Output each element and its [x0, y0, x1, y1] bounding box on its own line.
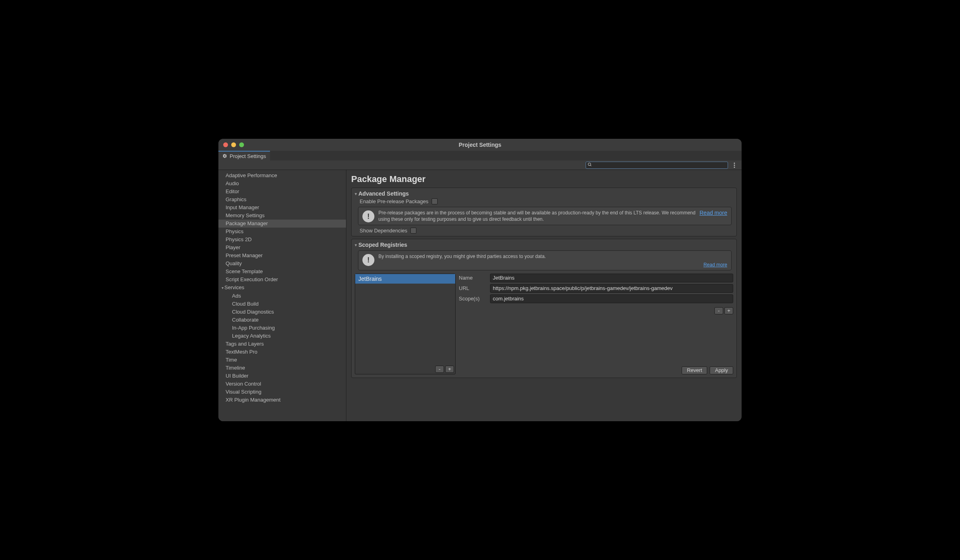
prerelease-read-more-link[interactable]: Read more — [700, 210, 727, 216]
sidebar-item-memory-settings[interactable]: Memory Settings — [218, 212, 346, 220]
info-icon: ! — [362, 254, 374, 266]
sidebar-item-ui-builder[interactable]: UI Builder — [218, 372, 346, 380]
show-dependencies-row: Show Dependencies — [352, 227, 736, 234]
gear-icon — [222, 154, 227, 158]
minimize-window-button[interactable] — [231, 142, 236, 147]
settings-sidebar: Adaptive PerformanceAudioEditorGraphicsI… — [218, 170, 346, 421]
sidebar-item-version-control[interactable]: Version Control — [218, 380, 346, 388]
tab-label: Project Settings — [230, 153, 266, 159]
registry-url-label: URL — [459, 285, 490, 291]
svg-point-2 — [734, 162, 735, 164]
sidebar-item-textmesh-pro[interactable]: TextMesh Pro — [218, 348, 346, 356]
registry-url-input[interactable] — [490, 284, 733, 293]
registry-scopes-label: Scope(s) — [459, 296, 490, 302]
show-dependencies-checkbox[interactable] — [410, 228, 416, 234]
sidebar-item-script-execution-order[interactable]: Script Execution Order — [218, 276, 346, 284]
prerelease-info-box: ! Pre-release packages are in the proces… — [358, 207, 732, 225]
registry-scope-input[interactable] — [490, 294, 733, 303]
titlebar: Project Settings — [218, 139, 742, 151]
sidebar-item-audio[interactable]: Audio — [218, 180, 346, 188]
scoped-registries-panel: Scoped Registries ! By installing a scop… — [351, 239, 737, 378]
search-input[interactable] — [594, 162, 726, 168]
add-registry-button[interactable]: + — [445, 366, 454, 373]
window-controls — [223, 142, 244, 147]
maximize-window-button[interactable] — [239, 142, 244, 147]
sidebar-item-editor[interactable]: Editor — [218, 188, 346, 196]
prerelease-info-text: Pre-release packages are in the process … — [378, 210, 696, 222]
sidebar-item-graphics[interactable]: Graphics — [218, 196, 346, 204]
sidebar-item-in-app-purchasing[interactable]: In-App Purchasing — [218, 324, 346, 332]
remove-registry-button[interactable]: - — [435, 366, 444, 373]
add-scope-button[interactable]: + — [724, 307, 733, 314]
enable-prerelease-label: Enable Pre-release Packages — [360, 198, 428, 204]
sidebar-item-tags-and-layers[interactable]: Tags and Layers — [218, 340, 346, 348]
info-icon: ! — [362, 210, 374, 222]
scoped-warning-box: ! By installing a scoped registry, you m… — [358, 250, 732, 270]
tab-bar: Project Settings — [218, 151, 742, 160]
sidebar-item-cloud-diagnostics[interactable]: Cloud Diagnostics — [218, 308, 346, 316]
sidebar-item-physics-2d[interactable]: Physics 2D — [218, 236, 346, 244]
sidebar-item-scene-template[interactable]: Scene Template — [218, 268, 346, 276]
enable-prerelease-checkbox[interactable] — [432, 198, 438, 204]
sidebar-item-services[interactable]: Services — [218, 284, 346, 292]
sidebar-item-input-manager[interactable]: Input Manager — [218, 204, 346, 212]
main-content: Package Manager Advanced Settings Enable… — [346, 170, 742, 421]
window-title: Project Settings — [218, 142, 742, 148]
enable-prerelease-row: Enable Pre-release Packages — [352, 198, 736, 205]
sidebar-item-physics[interactable]: Physics — [218, 228, 346, 236]
advanced-settings-panel: Advanced Settings Enable Pre-release Pac… — [351, 188, 737, 236]
sidebar-item-package-manager[interactable]: Package Manager — [218, 220, 346, 228]
svg-point-0 — [588, 163, 590, 165]
search-field[interactable] — [586, 162, 728, 169]
tab-project-settings[interactable]: Project Settings — [218, 151, 270, 160]
registry-list: JetBrains - + — [355, 274, 456, 374]
svg-point-4 — [734, 166, 735, 168]
toolbar — [218, 160, 742, 170]
sidebar-item-time[interactable]: Time — [218, 356, 346, 364]
apply-button[interactable]: Apply — [710, 366, 733, 374]
advanced-settings-header[interactable]: Advanced Settings — [352, 190, 736, 198]
sidebar-item-legacy-analytics[interactable]: Legacy Analytics — [218, 332, 346, 340]
svg-line-1 — [590, 165, 591, 166]
sidebar-item-timeline[interactable]: Timeline — [218, 364, 346, 372]
scoped-registries-header[interactable]: Scoped Registries — [352, 241, 736, 249]
registry-name-input[interactable] — [490, 274, 733, 282]
registry-list-item[interactable]: JetBrains — [355, 274, 455, 284]
registry-form: Name URL Scope(s) - + — [459, 274, 733, 374]
scoped-warning-text: By installing a scoped registry, you mig… — [378, 253, 727, 260]
project-settings-window: Project Settings Project Settings Adapti… — [218, 139, 742, 421]
sidebar-item-quality[interactable]: Quality — [218, 260, 346, 268]
sidebar-item-player[interactable]: Player — [218, 244, 346, 252]
close-window-button[interactable] — [223, 142, 228, 147]
search-icon — [588, 162, 592, 168]
svg-point-3 — [734, 164, 735, 166]
sidebar-item-adaptive-performance[interactable]: Adaptive Performance — [218, 172, 346, 180]
page-title: Package Manager — [351, 174, 737, 184]
remove-scope-button[interactable]: - — [714, 307, 723, 314]
show-dependencies-label: Show Dependencies — [360, 228, 407, 234]
kebab-menu-button[interactable] — [730, 162, 738, 169]
scoped-read-more-link[interactable]: Read more — [704, 262, 727, 268]
revert-button[interactable]: Revert — [682, 366, 707, 374]
registry-name-label: Name — [459, 275, 490, 281]
sidebar-item-preset-manager[interactable]: Preset Manager — [218, 252, 346, 260]
sidebar-item-visual-scripting[interactable]: Visual Scripting — [218, 388, 346, 396]
sidebar-item-cloud-build[interactable]: Cloud Build — [218, 300, 346, 308]
sidebar-item-collaborate[interactable]: Collaborate — [218, 316, 346, 324]
sidebar-item-ads[interactable]: Ads — [218, 292, 346, 300]
sidebar-item-xr-plugin-management[interactable]: XR Plugin Management — [218, 396, 346, 404]
